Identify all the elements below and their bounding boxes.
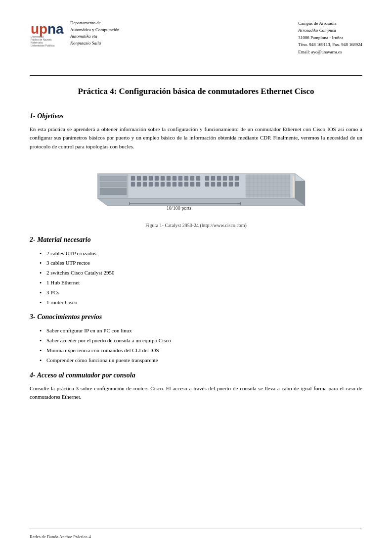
svg-rect-37 [196,182,200,186]
upna-logo: up na Universidad Pública de Navarra Naf… [30,20,64,47]
campus-line3: 31006 Pamplona - Iruñea [298,34,362,41]
switch-illustration: 10/100 ports [83,161,310,218]
header-left: up na Universidad Pública de Navarra Naf… [30,20,119,47]
svg-rect-32 [167,182,171,186]
svg-rect-29 [149,182,153,186]
svg-text:10/100 ports: 10/100 ports [166,205,191,211]
svg-rect-50 [246,175,290,197]
svg-rect-47 [223,182,227,186]
svg-rect-22 [178,176,182,181]
svg-rect-13 [100,188,127,195]
dept-italic-line1: Automatika eta [70,33,119,40]
svg-rect-18 [155,176,159,181]
list-item: Saber acceder por el puerto de consola a… [40,336,362,346]
svg-rect-43 [235,176,239,181]
svg-rect-24 [190,176,194,181]
section-2-title: 2- Material necesario [30,236,362,244]
list-item: 2 switches Cisco Catalyst 2950 [40,268,362,278]
list-item: 1 Hub Ethernet [40,278,362,288]
section-1-body: En esta práctica se aprenderá a obtener … [30,125,362,151]
svg-text:Unibertsitate Publikoa: Unibertsitate Publikoa [31,44,55,47]
dept-name-line2: Automática y Computación [70,27,119,34]
svg-rect-25 [196,176,200,181]
svg-rect-15 [137,176,141,181]
list-item: Mínima experiencia con comandos del CLI … [40,346,362,356]
ventilation [246,175,290,197]
page-header: up na Universidad Pública de Navarra Naf… [30,20,362,60]
svg-rect-35 [184,182,188,186]
campus-line4: Tfno. 948 169113, Fax. 948 168924 [298,41,362,48]
svg-rect-28 [143,182,147,186]
svg-rect-46 [217,182,221,186]
footer-text: Redes de Banda Ancha: Práctica 4 [30,534,91,539]
list-item: Comprender cómo funciona un puente trans… [40,356,362,366]
svg-rect-45 [211,182,215,186]
header-department: Departamento de Automática y Computación… [70,20,119,46]
section-1-title: 1- Objetivos [30,112,362,120]
svg-rect-19 [161,176,165,181]
section-2-list: 2 cables UTP cruzados 3 cables UTP recto… [30,249,362,308]
figure-container: 10/100 ports [30,161,362,218]
figure-caption: Figura 1- Catalyst 2950-24 (http://www.c… [30,223,362,228]
svg-rect-41 [223,176,227,181]
list-item: 3 cables UTP rectos [40,258,362,268]
svg-rect-21 [173,176,176,181]
list-item: 3 PCs [40,288,362,298]
campus-line1: Campus de Arrosadía [298,20,362,27]
svg-rect-27 [137,182,141,186]
svg-rect-12 [100,182,127,187]
campus-line5: Email: ayc@unavarra.es [298,48,362,55]
svg-rect-33 [173,182,176,186]
list-item: Saber configurar IP en un PC con linux [40,326,362,336]
svg-rect-44 [205,182,209,186]
svg-rect-14 [131,176,135,181]
page-footer: Redes de Banda Ancha: Práctica 4 [30,528,362,540]
svg-rect-39 [211,176,215,181]
list-item: 1 router Cisco [40,298,362,308]
svg-marker-6 [97,198,305,206]
section-3-list: Saber configurar IP en un PC con linux S… [30,326,362,365]
page-title: Práctica 4: Configuración básica de conm… [30,86,362,97]
section-4-title: 4- Acceso al conmutador por consola [30,371,362,379]
svg-rect-36 [190,182,194,186]
svg-rect-38 [205,176,209,181]
svg-rect-40 [217,176,221,181]
svg-rect-17 [149,176,153,181]
header-campus: Campus de Arrosadía Arrosadiko Campusa 3… [298,20,362,55]
svg-rect-34 [178,182,182,186]
list-item: 2 cables UTP cruzados [40,249,362,259]
svg-rect-48 [229,182,233,186]
svg-rect-49 [235,182,239,186]
switch-svg: 10/100 ports [83,161,310,216]
section-3-title: 3- Conocimientos previos [30,313,362,321]
svg-rect-26 [131,182,135,186]
dept-name-line1: Departamento de [70,20,119,27]
svg-rect-30 [155,182,159,186]
svg-text:na: na [47,21,64,37]
svg-rect-20 [167,176,171,181]
svg-rect-23 [184,176,188,181]
svg-text:up: up [31,21,47,37]
svg-rect-31 [161,182,165,186]
svg-rect-42 [229,176,233,181]
svg-rect-11 [100,176,127,181]
header-divider [30,75,362,76]
campus-line2: Arrosadiko Campusa [298,27,362,34]
dept-italic-line2: Konputazio Saila [70,40,119,47]
page: up na Universidad Pública de Navarra Naf… [0,0,392,555]
svg-rect-67 [293,176,294,197]
svg-rect-16 [143,176,147,181]
section-4-body: Consulte la práctica 3 sobre configuraci… [30,384,362,402]
